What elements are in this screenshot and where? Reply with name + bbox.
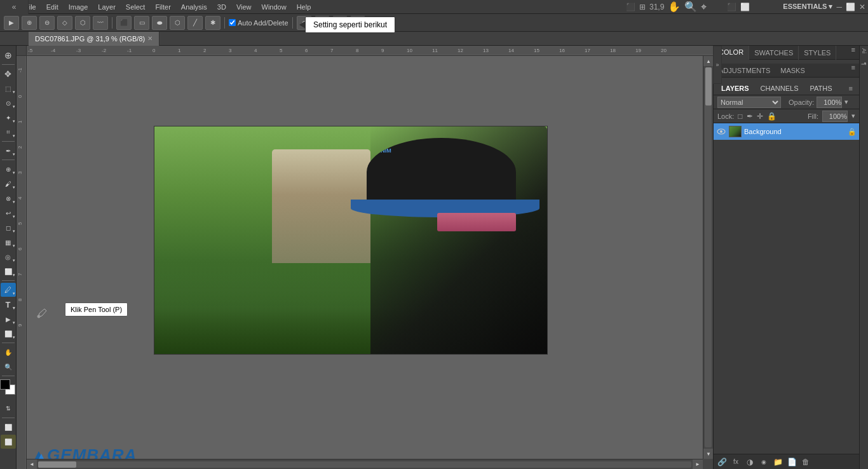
- add-mask-btn[interactable]: ◑: [744, 456, 756, 468]
- eraser-tool-btn[interactable]: ◻▾: [1, 221, 16, 234]
- blur-tool-btn[interactable]: ◎▾: [1, 250, 16, 264]
- screen-mode-btn[interactable]: ⬛: [727, 3, 736, 11]
- healing-tool-btn[interactable]: ⊕▾: [1, 162, 16, 176]
- menu-select[interactable]: Select: [121, 2, 150, 12]
- channels-tab[interactable]: CHANNELS: [756, 85, 804, 92]
- menu-view[interactable]: View: [232, 2, 256, 12]
- fill-input[interactable]: [822, 111, 848, 122]
- scroll-up-btn[interactable]: ▲: [703, 56, 713, 66]
- path-icon[interactable]: ⌖: [701, 1, 707, 13]
- eyedropper-tool-btn[interactable]: ✒▾: [1, 144, 16, 158]
- styles-tab[interactable]: STYLES: [799, 46, 836, 60]
- opt-ellipse[interactable]: ⬬: [152, 16, 167, 30]
- opt-line[interactable]: ╱: [187, 16, 203, 30]
- opt-rect-shape[interactable]: ⬛: [116, 16, 132, 30]
- dodge-tool-btn[interactable]: ⬜▾: [1, 264, 16, 278]
- pen-tool-btn[interactable]: 🖊 ▾: [1, 283, 16, 297]
- opt-freeform[interactable]: 〰: [93, 16, 108, 30]
- scroll-left-btn[interactable]: ◄: [27, 459, 37, 470]
- scroll-thumb[interactable]: [38, 461, 76, 468]
- essentials-label[interactable]: ESSENTIALS ▾: [783, 3, 832, 11]
- masks-tab[interactable]: MASKS: [775, 64, 810, 77]
- quickmask-mode-btn[interactable]: ⬜: [1, 435, 16, 449]
- hand-icon[interactable]: ✋: [668, 1, 681, 13]
- move-tool-btn[interactable]: ✥: [1, 67, 16, 81]
- brush-tool-btn[interactable]: 🖌▾: [1, 177, 16, 191]
- ai-label[interactable]: Ai: [861, 48, 867, 53]
- quicksel-tool-btn[interactable]: ✦▾: [1, 111, 16, 125]
- close-btn[interactable]: ✕: [859, 3, 865, 11]
- quick-mode-btn[interactable]: ⊕: [1, 48, 16, 62]
- menu-image[interactable]: Image: [64, 2, 93, 12]
- scroll-down-btn[interactable]: ▼: [703, 449, 713, 459]
- v-scroll-track[interactable]: [705, 67, 712, 447]
- opt-convert-point[interactable]: ◇: [57, 16, 72, 30]
- tab-collapse-btn[interactable]: «: [0, 0, 29, 14]
- hand-tool-btn[interactable]: ✋: [1, 345, 16, 359]
- opt-add-anchor[interactable]: ⊕: [22, 16, 37, 30]
- crop-tool-btn[interactable]: ⌗▾: [1, 125, 16, 139]
- adj-panel-collapse[interactable]: ≡: [848, 64, 859, 77]
- menu-edit[interactable]: Edit: [42, 2, 63, 12]
- canvas-area[interactable]: KICKDENIM Klik Pen Tool (P): [27, 56, 713, 469]
- tab-dsc07861[interactable]: DSC07861.JPG @ 31,9 % (RGB/8) ✕: [29, 32, 159, 46]
- opacity-input[interactable]: [817, 97, 842, 108]
- menu-analysis[interactable]: Analysis: [177, 2, 212, 12]
- gradient-tool-btn[interactable]: ▦▾: [1, 235, 16, 249]
- lock-pixel-btn[interactable]: ✒: [747, 112, 753, 121]
- auto-add-delete-input[interactable]: [229, 19, 236, 26]
- menu-layer[interactable]: Layer: [93, 2, 120, 12]
- lock-all-btn[interactable]: 🔒: [767, 112, 776, 121]
- clone-tool-btn[interactable]: ⊗▾: [1, 191, 16, 205]
- shape-tool-btn[interactable]: ⬜▾: [1, 327, 16, 341]
- swap-colors-btn[interactable]: ⇅: [1, 402, 16, 416]
- lock-transparent-btn[interactable]: □: [738, 112, 742, 121]
- auto-add-delete-check[interactable]: Auto Add/Delete: [229, 19, 288, 27]
- minimize-btn[interactable]: ─: [836, 3, 842, 11]
- lock-position-btn[interactable]: ✛: [757, 112, 763, 121]
- new-adj-layer-btn[interactable]: ◉: [758, 456, 770, 468]
- link-layers-btn[interactable]: 🔗: [716, 456, 728, 468]
- panel-collapse-btn[interactable]: »: [713, 46, 722, 84]
- screen-mode2-btn[interactable]: ⬜: [740, 3, 750, 11]
- menu-window[interactable]: Window: [257, 2, 291, 12]
- menu-filter[interactable]: Filter: [151, 2, 175, 12]
- zoom-icon[interactable]: 🔍: [684, 1, 697, 13]
- delete-layer-btn[interactable]: 🗑: [800, 456, 811, 468]
- menu-3d[interactable]: 3D: [213, 2, 231, 12]
- layers-panel-collapse[interactable]: ≡: [845, 85, 857, 92]
- v-scroll-thumb[interactable]: [705, 67, 712, 105]
- layer-eye-btn[interactable]: [716, 126, 726, 137]
- ruler-label[interactable]: ¶: [861, 62, 867, 65]
- standard-mode-btn[interactable]: ⬜: [1, 420, 16, 434]
- fill-arrow[interactable]: ▾: [851, 112, 855, 120]
- background-layer[interactable]: Background 🔒: [714, 123, 859, 140]
- v-scrollbar[interactable]: ▲ ▼: [703, 56, 713, 459]
- marquee-tool-btn[interactable]: ⬚▾: [1, 81, 16, 95]
- menu-help[interactable]: Help: [292, 2, 316, 12]
- opt-arrow-btn[interactable]: ▶: [4, 16, 19, 30]
- history-brush-btn[interactable]: ↩▾: [1, 206, 16, 220]
- h-scrollbar[interactable]: ◄ ►: [27, 459, 703, 469]
- scroll-right-btn[interactable]: ►: [693, 459, 703, 470]
- opt-delete-anchor[interactable]: ⊖: [39, 16, 55, 30]
- restore-btn[interactable]: ⬜: [846, 3, 855, 11]
- lasso-tool-btn[interactable]: ⊙▾: [1, 96, 16, 110]
- opt-custom-shape[interactable]: ✱: [205, 16, 220, 30]
- layers-tab[interactable]: LAYERS: [716, 85, 754, 92]
- paths-tab[interactable]: PATHS: [805, 85, 837, 92]
- opt-round-rect[interactable]: ▭: [134, 16, 149, 30]
- swatches-tab[interactable]: SWATCHES: [749, 46, 799, 60]
- zoom-tool-btn[interactable]: 🔍: [1, 360, 16, 374]
- opt-pen-shape[interactable]: ⬡: [75, 16, 90, 30]
- layer-fx-btn[interactable]: fx: [730, 456, 742, 468]
- type-tool-btn[interactable]: T▾: [1, 297, 16, 311]
- blend-mode-select[interactable]: Normal Multiply Screen: [717, 97, 781, 108]
- pathsel-tool-btn[interactable]: ▶▾: [1, 312, 16, 326]
- opt-polygon[interactable]: ⬡: [170, 16, 185, 30]
- tab-close-btn[interactable]: ✕: [147, 35, 153, 42]
- fg-color-swatch[interactable]: [0, 379, 10, 390]
- opacity-arrow[interactable]: ▾: [844, 98, 848, 106]
- new-group-btn[interactable]: 📁: [772, 456, 783, 468]
- new-layer-btn[interactable]: 📄: [786, 456, 797, 468]
